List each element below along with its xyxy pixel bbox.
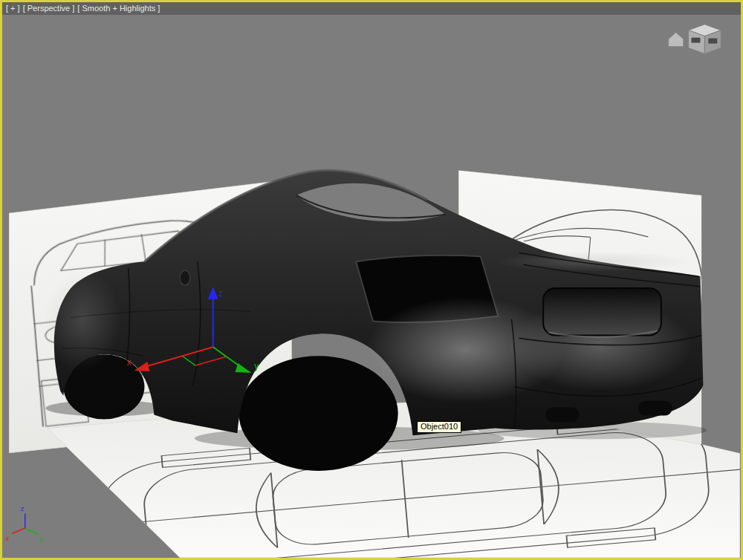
gizmo-x-label: x	[127, 357, 132, 368]
world-axis-tripod: z x y	[5, 505, 44, 544]
gizmo-y-label: y	[254, 361, 259, 371]
viewport-label-bar: [ + ] [ Perspective ] [ Smooth + Highlig…	[2, 2, 741, 15]
viewport-shading-menu[interactable]: [ Smooth + Highlights ]	[77, 2, 160, 15]
viewport-pov-menu[interactable]: [ Perspective ]	[23, 2, 75, 15]
world-axis-x-label: x	[5, 534, 9, 542]
gizmo-z-label: z	[218, 288, 223, 299]
viewcube-face-mark	[708, 39, 717, 44]
viewport-canvas[interactable]: x y z z x y	[2, 2, 741, 558]
front-fender-highlight	[45, 270, 121, 371]
world-axis-z-label: z	[21, 505, 25, 513]
exhaust-cutout-right	[638, 401, 672, 416]
viewcube-home-icon[interactable]	[669, 33, 684, 47]
viewcube[interactable]	[669, 25, 721, 54]
viewport-general-menu[interactable]: [ + ]	[6, 2, 20, 15]
perspective-viewport[interactable]: [ + ] [ Perspective ] [ Smooth + Highlig…	[0, 0, 743, 560]
rear-wheel-well	[239, 356, 398, 471]
world-axis-y-label: y	[40, 535, 44, 543]
object-name-tooltip: Object010	[417, 421, 461, 433]
door-handle	[180, 270, 190, 285]
license-plate-recess	[543, 288, 661, 335]
viewcube-face-mark	[692, 38, 701, 43]
exhaust-cutout-left	[545, 408, 580, 423]
